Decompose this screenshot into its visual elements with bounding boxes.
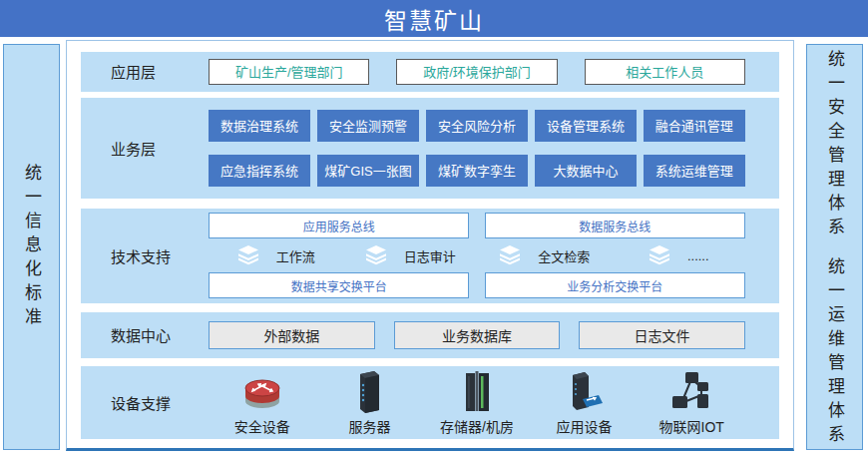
mw-fulltext-search: 全文检索 — [477, 245, 612, 265]
server-tower-icon — [351, 369, 387, 413]
iot-topology-icon — [668, 369, 714, 413]
device-label: 物联网IOT — [659, 416, 724, 436]
btn-data-governance: 数据治理系统 — [209, 110, 310, 142]
band-device-support-layer: 设备支撑 安全设备 — [81, 366, 779, 439]
page-title: 智慧矿山 — [384, 2, 484, 36]
layers-icon — [648, 245, 671, 265]
device-label: 服务器 — [348, 416, 390, 436]
right-rail-ops-label: 统一运维管理体系 — [826, 257, 843, 449]
btn-digital-twin: 煤矿数字孪生 — [426, 155, 528, 187]
mw-log-audit: 日志审计 — [343, 245, 478, 265]
left-rail-unified-info-standard: 统一信息化标准 — [3, 44, 60, 450]
device-label: 存储器/机房 — [440, 416, 514, 436]
application-layer-label: 应用层 — [81, 61, 209, 82]
mw-workflow: 工作流 — [209, 245, 343, 265]
box-biz-analysis-platform: 业务分析交换平台 — [485, 272, 745, 298]
band-tech-support-layer: 技术支持 应用服务总线 数据服务总线 工作流 日志审计 — [81, 209, 779, 303]
storage-racks-icon — [459, 369, 495, 413]
device-application-equipment: 应用设备 — [531, 369, 639, 436]
right-rail-management-systems: 统一安全管理体系 统一运维管理体系 — [806, 44, 863, 450]
device-server: 服务器 — [316, 369, 424, 436]
data-layer-label: 数据中心 — [81, 324, 209, 345]
box-data-share-platform: 数据共享交换平台 — [209, 272, 469, 298]
right-rail-security-label: 统一安全管理体系 — [826, 50, 843, 241]
device-layer-label: 设备支撑 — [81, 392, 209, 413]
mw-more: ...... — [612, 245, 746, 265]
title-banner: 智慧矿山 — [0, 0, 868, 37]
btn-equipment-mgmt: 设备管理系统 — [535, 110, 637, 142]
tech-layer-label: 技术支持 — [81, 245, 209, 266]
device-label: 应用设备 — [557, 416, 613, 436]
layers-icon — [498, 245, 522, 265]
mw-workflow-label: 工作流 — [276, 246, 315, 265]
business-layer-label: 业务层 — [81, 138, 209, 159]
btn-emergency-command: 应急指挥系统 — [209, 155, 310, 187]
device-storage-room: 存储器/机房 — [423, 369, 531, 436]
band-business-layer: 业务层 数据治理系统 安全监测预警 安全风险分析 设备管理系统 融合通讯管理 应… — [81, 98, 779, 199]
mw-more-label: ...... — [687, 248, 709, 263]
app-server-icon — [565, 369, 605, 413]
device-label: 安全设备 — [234, 416, 290, 436]
box-data-service-bus: 数据服务总线 — [485, 213, 745, 238]
layers-icon — [236, 245, 260, 265]
box-mine-production-dept: 矿山生产/管理部门 — [209, 59, 369, 85]
btn-risk-analysis: 安全风险分析 — [426, 110, 528, 142]
box-business-database: 业务数据库 — [394, 321, 561, 349]
box-government-env-dept: 政府/环境保护部门 — [396, 59, 557, 85]
btn-big-data-center: 大数据中心 — [535, 155, 637, 187]
btn-gis-map: 煤矿GIS一张图 — [317, 155, 419, 187]
btn-comm-mgmt: 融合通讯管理 — [644, 110, 745, 142]
security-router-icon — [238, 369, 286, 413]
box-app-service-bus: 应用服务总线 — [209, 213, 469, 238]
btn-safety-monitoring: 安全监测预警 — [317, 110, 419, 142]
mw-log-audit-label: 日志审计 — [404, 246, 456, 265]
box-external-data: 外部数据 — [209, 321, 375, 349]
band-application-layer: 应用层 矿山生产/管理部门 政府/环境保护部门 相关工作人员 — [81, 52, 779, 92]
box-related-staff: 相关工作人员 — [585, 59, 745, 85]
smart-mine-diagram: 智慧矿山 统一信息化标准 统一安全管理体系 统一运维管理体系 应用层 矿山生产/… — [0, 0, 868, 456]
device-security-equipment: 安全设备 — [209, 369, 316, 436]
mw-fulltext-search-label: 全文检索 — [538, 246, 590, 265]
btn-ops-mgmt: 系统运维管理 — [644, 155, 745, 187]
main-architecture-panel: 应用层 矿山生产/管理部门 政府/环境保护部门 相关工作人员 业务层 数据治理系… — [66, 40, 794, 451]
device-iot-network: 物联网IOT — [638, 369, 745, 436]
left-rail-label: 统一信息化标准 — [23, 164, 40, 331]
box-log-files: 日志文件 — [579, 321, 745, 349]
layers-icon — [364, 245, 388, 265]
band-data-center-layer: 数据中心 外部数据 业务数据库 日志文件 — [81, 312, 779, 358]
